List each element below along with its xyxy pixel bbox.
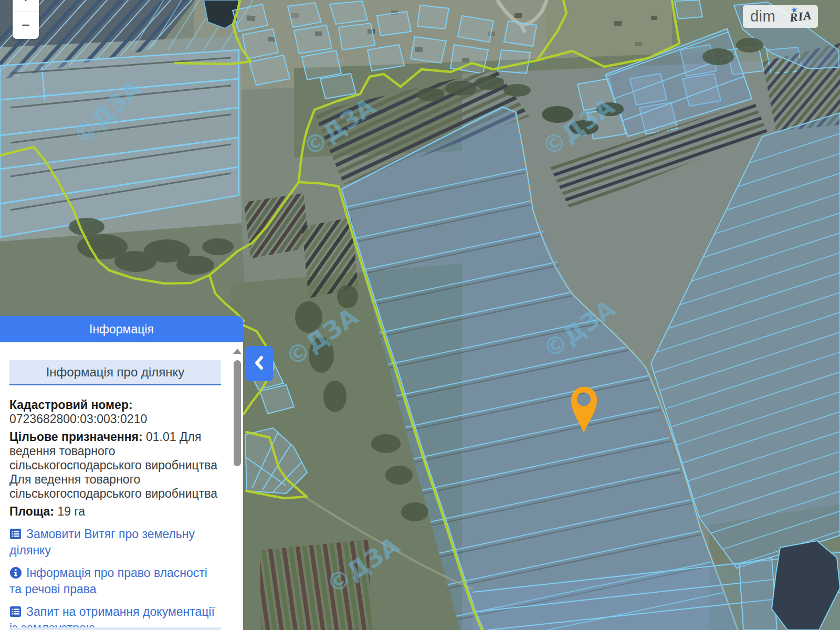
brand-badge: dim ★ RIA — [743, 5, 818, 28]
field-purpose: Цільове призначення: 01.01 Для ведення т… — [9, 430, 221, 501]
collapse-panel-button[interactable] — [246, 346, 273, 381]
field-label: Кадастровий номер: — [9, 398, 221, 412]
field-label: Площа: — [9, 505, 54, 518]
panel-body[interactable]: Інформація про ділянку Кадастровий номер… — [0, 342, 243, 630]
field-value: 0723682800:03:003:0210 — [9, 412, 147, 426]
info-icon — [9, 566, 22, 582]
link-label: Запит на отримання документації із земле… — [9, 605, 215, 630]
info-panel: Інформація Інформація про ділянку Кадаст… — [0, 316, 243, 630]
next-section-edge — [9, 627, 221, 630]
link-label: Інформація про право власності та речові… — [9, 566, 207, 596]
panel-header: Інформація — [0, 316, 243, 342]
document-icon — [9, 605, 22, 621]
link-label: Замовити Витяг про земельну ділянку — [9, 527, 195, 557]
link-documentation-request[interactable]: Запит на отримання документації із земле… — [9, 605, 221, 630]
brand-ria: ★ RIA — [783, 5, 818, 28]
field-area: Площа: 19 га — [9, 505, 221, 519]
field-label: Цільове призначення: — [9, 430, 143, 444]
cadastral-map-app: ©ДЗА ©ДЗА ©ДЗА ©ДЗА ©ДЗА ©ДЗА + − dim ★ … — [0, 0, 840, 630]
ria-logo: RIA — [789, 8, 812, 25]
panel-scrollbar — [233, 348, 242, 628]
field-cadastral-number: Кадастровий номер: 0723682800:03:003:021… — [9, 398, 221, 426]
link-ownership-info[interactable]: Інформація про право власності та речові… — [9, 566, 221, 596]
scrollbar-thumb[interactable] — [234, 360, 241, 466]
document-icon — [9, 528, 22, 543]
scroll-up-arrow[interactable] — [233, 349, 242, 354]
section-title: Інформація про ділянку — [9, 360, 221, 385]
dim-logo: dim — [750, 8, 775, 25]
map-zoom-control: + − — [13, 0, 39, 39]
chevron-left-icon — [250, 351, 269, 376]
panel-title: Інформація — [89, 322, 154, 337]
brand-dim: dim — [743, 5, 783, 28]
zoom-out-button[interactable]: − — [13, 12, 39, 39]
field-value: 19 га — [57, 505, 85, 518]
link-order-extract[interactable]: Замовити Витяг про земельну ділянку — [9, 527, 221, 558]
zoom-in-button[interactable]: + — [13, 0, 39, 12]
